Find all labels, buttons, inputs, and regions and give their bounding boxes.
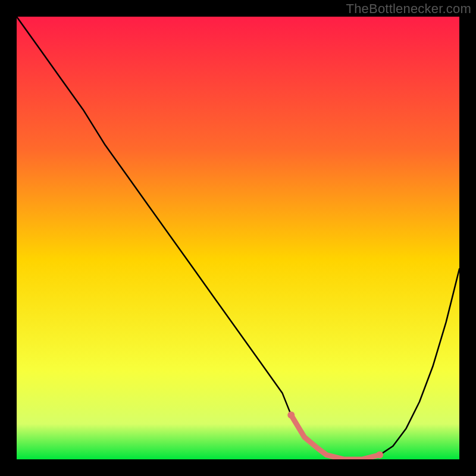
svg-rect-0: [17, 17, 459, 459]
optimal-zone-end-marker: [376, 452, 383, 459]
chart-frame: TheBottlenecker.com: [0, 0, 476, 476]
chart-svg: [17, 17, 459, 459]
watermark-text: TheBottlenecker.com: [346, 1, 471, 17]
plot-area: [17, 17, 459, 459]
optimal-zone-start-marker: [287, 412, 295, 419]
